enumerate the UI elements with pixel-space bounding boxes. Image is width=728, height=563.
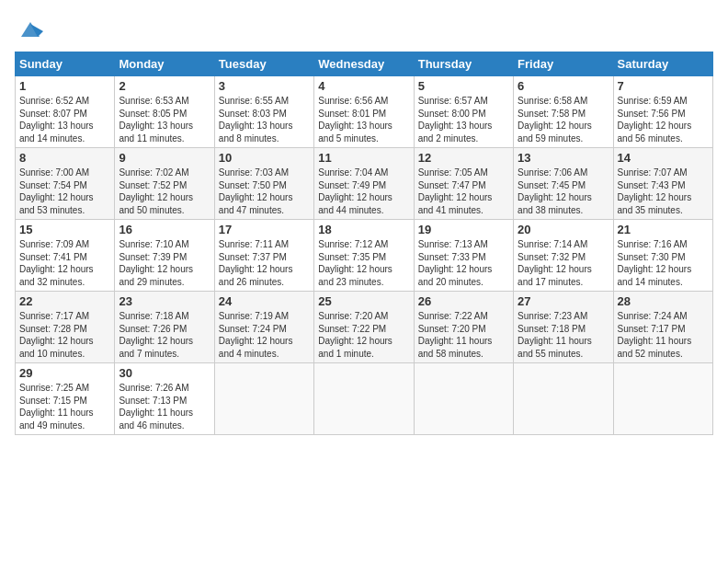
calendar-week-row: 8Sunrise: 7:00 AM Sunset: 7:54 PM Daylig…: [16, 148, 713, 220]
day-info: Sunrise: 7:11 AM Sunset: 7:37 PM Dayligh…: [219, 238, 310, 288]
day-info: Sunrise: 7:19 AM Sunset: 7:24 PM Dayligh…: [219, 310, 310, 360]
day-number: 4: [318, 79, 409, 93]
calendar-cell: 30Sunrise: 7:26 AM Sunset: 7:13 PM Dayli…: [115, 363, 214, 435]
calendar-cell: 8Sunrise: 7:00 AM Sunset: 7:54 PM Daylig…: [16, 148, 115, 220]
calendar-cell: 17Sunrise: 7:11 AM Sunset: 7:37 PM Dayli…: [214, 220, 313, 292]
day-info: Sunrise: 6:56 AM Sunset: 8:01 PM Dayligh…: [318, 95, 409, 144]
day-info: Sunrise: 7:00 AM Sunset: 7:54 PM Dayligh…: [19, 167, 110, 216]
calendar-cell: 20Sunrise: 7:14 AM Sunset: 7:32 PM Dayli…: [514, 220, 613, 292]
calendar-cell: 2Sunrise: 6:53 AM Sunset: 8:05 PM Daylig…: [115, 76, 214, 148]
calendar-cell: 11Sunrise: 7:04 AM Sunset: 7:49 PM Dayli…: [314, 148, 414, 220]
day-info: Sunrise: 7:17 AM Sunset: 7:28 PM Dayligh…: [19, 310, 110, 360]
calendar-cell: 9Sunrise: 7:02 AM Sunset: 7:52 PM Daylig…: [115, 148, 214, 220]
day-info: Sunrise: 7:23 AM Sunset: 7:18 PM Dayligh…: [518, 310, 609, 360]
day-number: 23: [119, 294, 210, 308]
day-number: 7: [618, 79, 709, 93]
day-number: 1: [19, 79, 110, 93]
day-number: 9: [119, 151, 210, 165]
day-number: 22: [19, 294, 110, 308]
calendar-cell: 19Sunrise: 7:13 AM Sunset: 7:33 PM Dayli…: [414, 220, 513, 292]
calendar-cell: 4Sunrise: 6:56 AM Sunset: 8:01 PM Daylig…: [314, 76, 414, 148]
day-number: 29: [19, 366, 110, 380]
day-info: Sunrise: 7:12 AM Sunset: 7:35 PM Dayligh…: [318, 238, 409, 288]
calendar-header-saturday: Saturday: [613, 52, 712, 76]
calendar-week-row: 29Sunrise: 7:25 AM Sunset: 7:15 PM Dayli…: [16, 363, 713, 435]
day-number: 15: [19, 223, 110, 236]
calendar-cell: 15Sunrise: 7:09 AM Sunset: 7:41 PM Dayli…: [16, 220, 115, 292]
calendar-cell: 18Sunrise: 7:12 AM Sunset: 7:35 PM Dayli…: [314, 220, 414, 292]
day-info: Sunrise: 7:22 AM Sunset: 7:20 PM Dayligh…: [418, 310, 509, 360]
day-number: 27: [518, 294, 609, 308]
day-number: 30: [119, 366, 210, 380]
calendar-cell: 1Sunrise: 6:52 AM Sunset: 8:07 PM Daylig…: [16, 76, 115, 148]
calendar-cell: [214, 363, 313, 435]
day-info: Sunrise: 7:25 AM Sunset: 7:15 PM Dayligh…: [19, 382, 110, 431]
day-number: 21: [618, 223, 709, 236]
logo-icon: [17, 17, 43, 42]
day-number: 2: [119, 79, 210, 93]
calendar-week-row: 22Sunrise: 7:17 AM Sunset: 7:28 PM Dayli…: [16, 292, 713, 363]
day-number: 14: [618, 151, 709, 165]
calendar-cell: [613, 363, 712, 435]
calendar-cell: 23Sunrise: 7:18 AM Sunset: 7:26 PM Dayli…: [115, 292, 214, 363]
calendar-cell: [314, 363, 414, 435]
calendar-cell: [514, 363, 613, 435]
day-number: 26: [418, 294, 509, 308]
day-info: Sunrise: 6:58 AM Sunset: 7:58 PM Dayligh…: [518, 95, 609, 144]
calendar-header-row: SundayMondayTuesdayWednesdayThursdayFrid…: [16, 52, 713, 76]
day-info: Sunrise: 7:09 AM Sunset: 7:41 PM Dayligh…: [19, 238, 110, 288]
day-info: Sunrise: 6:55 AM Sunset: 8:03 PM Dayligh…: [219, 95, 310, 144]
day-info: Sunrise: 7:05 AM Sunset: 7:47 PM Dayligh…: [418, 167, 509, 216]
day-info: Sunrise: 7:10 AM Sunset: 7:39 PM Dayligh…: [119, 238, 210, 288]
day-number: 12: [418, 151, 509, 165]
calendar-cell: 22Sunrise: 7:17 AM Sunset: 7:28 PM Dayli…: [16, 292, 115, 363]
day-info: Sunrise: 6:57 AM Sunset: 8:00 PM Dayligh…: [418, 95, 509, 144]
calendar-week-row: 15Sunrise: 7:09 AM Sunset: 7:41 PM Dayli…: [16, 220, 713, 292]
calendar-cell: 29Sunrise: 7:25 AM Sunset: 7:15 PM Dayli…: [16, 363, 115, 435]
calendar-cell: 3Sunrise: 6:55 AM Sunset: 8:03 PM Daylig…: [214, 76, 313, 148]
page: SundayMondayTuesdayWednesdayThursdayFrid…: [0, 0, 728, 563]
day-number: 11: [318, 151, 409, 165]
calendar-cell: 5Sunrise: 6:57 AM Sunset: 8:00 PM Daylig…: [414, 76, 513, 148]
day-info: Sunrise: 7:26 AM Sunset: 7:13 PM Dayligh…: [119, 382, 210, 431]
day-number: 8: [19, 151, 110, 165]
day-info: Sunrise: 6:52 AM Sunset: 8:07 PM Dayligh…: [19, 95, 110, 144]
day-info: Sunrise: 6:53 AM Sunset: 8:05 PM Dayligh…: [119, 95, 210, 144]
day-number: 25: [318, 294, 409, 308]
calendar-header-tuesday: Tuesday: [214, 52, 313, 76]
day-number: 20: [518, 223, 609, 236]
day-number: 17: [219, 223, 310, 236]
day-number: 5: [418, 79, 509, 93]
calendar-cell: 14Sunrise: 7:07 AM Sunset: 7:43 PM Dayli…: [613, 148, 712, 220]
calendar-cell: 27Sunrise: 7:23 AM Sunset: 7:18 PM Dayli…: [514, 292, 613, 363]
calendar-cell: 7Sunrise: 6:59 AM Sunset: 7:56 PM Daylig…: [613, 76, 712, 148]
day-info: Sunrise: 7:14 AM Sunset: 7:32 PM Dayligh…: [518, 238, 609, 288]
calendar-cell: 13Sunrise: 7:06 AM Sunset: 7:45 PM Dayli…: [514, 148, 613, 220]
day-number: 28: [618, 294, 709, 308]
calendar-table: SundayMondayTuesdayWednesdayThursdayFrid…: [15, 52, 713, 435]
calendar-cell: 25Sunrise: 7:20 AM Sunset: 7:22 PM Dayli…: [314, 292, 414, 363]
day-info: Sunrise: 7:07 AM Sunset: 7:43 PM Dayligh…: [618, 167, 709, 216]
calendar-header-wednesday: Wednesday: [314, 52, 414, 76]
calendar-cell: 28Sunrise: 7:24 AM Sunset: 7:17 PM Dayli…: [613, 292, 712, 363]
day-number: 19: [418, 223, 509, 236]
calendar-header-sunday: Sunday: [16, 52, 115, 76]
day-info: Sunrise: 7:02 AM Sunset: 7:52 PM Dayligh…: [119, 167, 210, 216]
calendar-cell: 26Sunrise: 7:22 AM Sunset: 7:20 PM Dayli…: [414, 292, 513, 363]
calendar-header-friday: Friday: [514, 52, 613, 76]
day-info: Sunrise: 7:16 AM Sunset: 7:30 PM Dayligh…: [618, 238, 709, 288]
day-number: 13: [518, 151, 609, 165]
header: [15, 15, 713, 42]
day-info: Sunrise: 7:24 AM Sunset: 7:17 PM Dayligh…: [618, 310, 709, 360]
day-info: Sunrise: 7:06 AM Sunset: 7:45 PM Dayligh…: [518, 167, 609, 216]
calendar-cell: [414, 363, 513, 435]
calendar-cell: 12Sunrise: 7:05 AM Sunset: 7:47 PM Dayli…: [414, 148, 513, 220]
day-info: Sunrise: 7:20 AM Sunset: 7:22 PM Dayligh…: [318, 310, 409, 360]
day-info: Sunrise: 6:59 AM Sunset: 7:56 PM Dayligh…: [618, 95, 709, 144]
calendar-cell: 24Sunrise: 7:19 AM Sunset: 7:24 PM Dayli…: [214, 292, 313, 363]
day-number: 24: [219, 294, 310, 308]
day-number: 18: [318, 223, 409, 236]
calendar-week-row: 1Sunrise: 6:52 AM Sunset: 8:07 PM Daylig…: [16, 76, 713, 148]
day-info: Sunrise: 7:04 AM Sunset: 7:49 PM Dayligh…: [318, 167, 409, 216]
day-info: Sunrise: 7:03 AM Sunset: 7:50 PM Dayligh…: [219, 167, 310, 216]
